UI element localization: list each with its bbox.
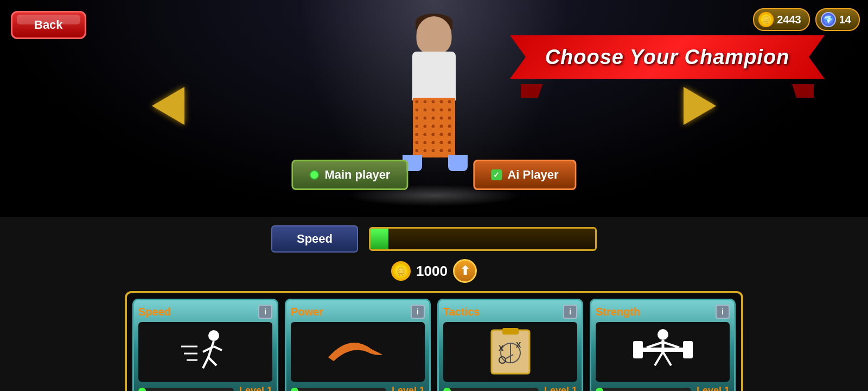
svg-text:X: X	[516, 340, 521, 349]
tactics-level-text: Level 1	[544, 385, 577, 391]
speed-icon	[178, 327, 233, 376]
svg-rect-18	[633, 341, 643, 358]
banner-main: Choose Your Champion	[510, 35, 825, 79]
power-level-bar	[291, 388, 386, 392]
upgrade-cost-value: 1000	[416, 263, 448, 280]
strength-info-button[interactable]: i	[716, 305, 730, 319]
left-arrow-icon	[152, 87, 184, 125]
player-toggle-area: Main player ✓ Ai Player	[291, 160, 576, 190]
speed-info-button[interactable]: i	[258, 305, 272, 319]
power-level-text: Level 1	[392, 385, 425, 391]
speed-label: Speed	[271, 225, 358, 253]
previous-character-button[interactable]	[152, 87, 184, 125]
tactics-icon-box: X X	[443, 322, 577, 382]
speed-level-text: Level 1	[239, 385, 272, 391]
next-character-button[interactable]	[684, 87, 716, 125]
character-head	[417, 16, 452, 54]
tactics-level-bar	[443, 388, 539, 392]
strength-level-fill	[596, 388, 603, 392]
speed-level-fill	[138, 388, 146, 392]
cost-coin-icon: 🪙	[391, 261, 411, 281]
arena-section: Back 🪙 2443 💎 14 Choose Your Champion	[0, 0, 868, 217]
svg-line-25	[663, 352, 671, 365]
gems-display: 💎 14	[815, 8, 860, 31]
banner-fold-left	[521, 84, 542, 98]
right-arrow-icon	[684, 87, 716, 125]
power-skill-name: Power	[291, 306, 323, 318]
speed-icon-box	[138, 322, 272, 382]
svg-line-22	[647, 342, 663, 348]
power-level-row: Level 1	[291, 385, 425, 391]
speed-level-row: Level 1	[138, 385, 272, 391]
currency-area: 🪙 2443 💎 14	[753, 8, 860, 31]
main-player-label: Main player	[324, 168, 390, 182]
upgrade-panel: Speed 🪙 1000 ⬆ Speed i	[0, 217, 868, 391]
tactics-icon: X X	[483, 325, 538, 379]
champion-banner: Choose Your Champion	[510, 27, 825, 98]
main-player-button[interactable]: Main player	[291, 160, 408, 190]
tactics-card-header: Tactics i	[443, 305, 577, 319]
svg-rect-19	[683, 341, 693, 358]
svg-point-20	[658, 329, 668, 340]
strength-level-row: Level 1	[596, 385, 730, 391]
strength-level-text: Level 1	[697, 385, 730, 391]
character-pants-pattern	[413, 98, 455, 157]
tactics-info-button[interactable]: i	[563, 305, 577, 319]
coins-value: 2443	[777, 14, 801, 26]
speed-level-bar	[138, 388, 234, 392]
strength-skill-name: Strength	[596, 306, 640, 318]
upgrade-button[interactable]: ⬆	[453, 259, 477, 283]
banner-text: Choose Your Champion	[545, 46, 790, 69]
back-button[interactable]: Back	[11, 11, 86, 39]
svg-line-24	[655, 352, 663, 365]
power-level-fill	[291, 388, 298, 392]
svg-point-0	[208, 330, 219, 341]
speed-stat-row: Speed	[271, 225, 597, 253]
power-info-button[interactable]: i	[411, 305, 425, 319]
upgrade-arrow-icon: ⬆	[460, 264, 470, 278]
main-player-dot-icon	[309, 170, 319, 180]
svg-line-5	[214, 346, 222, 350]
svg-text:X: X	[499, 344, 504, 352]
svg-line-2	[203, 357, 208, 368]
ai-player-button[interactable]: ✓ Ai Player	[473, 160, 576, 190]
tactics-level-row: Level 1	[443, 385, 577, 391]
character-pants	[413, 98, 455, 157]
strength-icon-box	[596, 322, 730, 382]
coin-icon: 🪙	[758, 12, 774, 27]
tactics-level-fill	[443, 388, 451, 392]
strength-card-header: Strength i	[596, 305, 730, 319]
speed-bar-container	[369, 227, 597, 251]
skill-card-speed[interactable]: Speed i	[132, 299, 278, 391]
character-body	[412, 52, 456, 100]
tactics-skill-name: Tactics	[443, 306, 480, 318]
ai-player-check-icon: ✓	[491, 169, 502, 180]
gems-value: 14	[839, 14, 851, 26]
speed-bar-fill	[371, 229, 388, 249]
upgrade-cost-row: 🪙 1000 ⬆	[391, 259, 477, 283]
strength-icon	[630, 325, 695, 379]
power-icon-box	[291, 322, 425, 382]
coins-display: 🪙 2443	[753, 8, 810, 31]
power-card-header: Power i	[291, 305, 425, 319]
power-icon	[323, 327, 393, 376]
strength-level-bar	[596, 388, 691, 392]
skill-card-power[interactable]: Power i Level 1	[285, 299, 431, 391]
svg-line-23	[663, 342, 679, 348]
speed-card-header: Speed i	[138, 305, 272, 319]
skill-card-tactics[interactable]: Tactics i X X	[437, 299, 583, 391]
ai-player-label: Ai Player	[507, 168, 558, 182]
svg-line-3	[208, 357, 216, 365]
gem-icon: 💎	[821, 12, 836, 27]
skill-card-strength[interactable]: Strength i	[590, 299, 736, 391]
svg-rect-10	[502, 328, 519, 335]
speed-skill-name: Speed	[138, 306, 171, 318]
banner-shape: Choose Your Champion	[510, 27, 825, 98]
banner-fold-right	[792, 84, 814, 98]
skills-grid: Speed i	[125, 291, 743, 391]
